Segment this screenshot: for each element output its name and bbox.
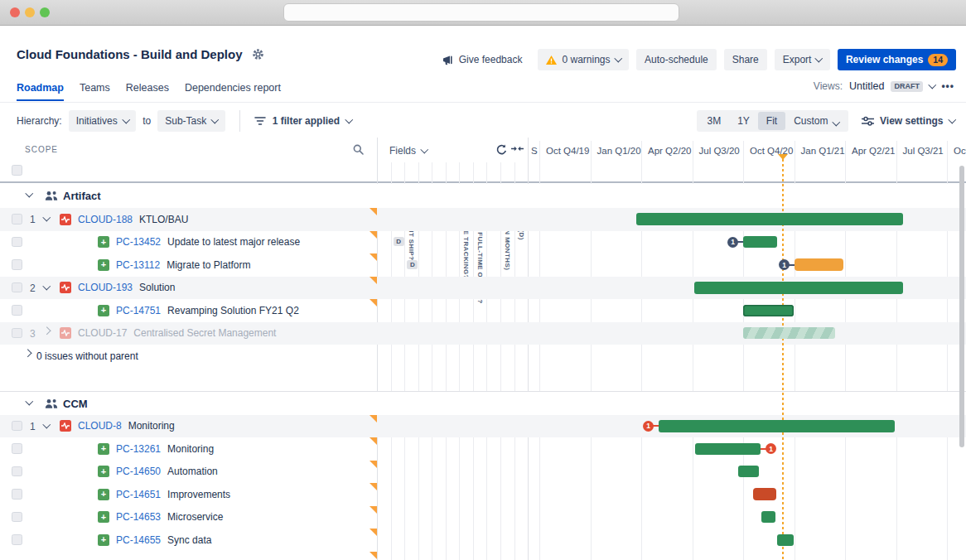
- issues-without-parent-row[interactable]: 0 issues without parent: [0, 345, 377, 368]
- vertical-scrollbar[interactable]: [959, 166, 964, 447]
- issue-row[interactable]: +PC-14751Revamping Solution FY21 Q2: [0, 299, 966, 322]
- gantt-bar[interactable]: [753, 488, 776, 500]
- collapse-row-icon[interactable]: [43, 214, 51, 221]
- collapse-row-icon[interactable]: [43, 420, 51, 427]
- collapse-group-icon[interactable]: [26, 397, 33, 404]
- issue-key-link[interactable]: CLOUD-193: [78, 282, 133, 293]
- row-checkbox[interactable]: [12, 305, 22, 316]
- chevron-down-icon[interactable]: [345, 116, 353, 123]
- today-marker-icon[interactable]: [778, 154, 788, 160]
- auto-schedule-button[interactable]: Auto-schedule: [636, 49, 717, 70]
- export-button[interactable]: Export: [775, 49, 830, 70]
- issue-row[interactable]: +PC-14653Microservice: [0, 506, 966, 529]
- expand-row-icon[interactable]: [24, 350, 31, 357]
- issue-key-link[interactable]: PC-14653: [116, 511, 161, 523]
- dependency-badge[interactable]: 1: [727, 237, 738, 248]
- issue-key-link[interactable]: PC-14751: [116, 305, 161, 316]
- gantt-bar[interactable]: [659, 420, 895, 432]
- tab-releases[interactable]: Releases: [126, 82, 169, 101]
- field-cell-badge: D: [407, 260, 418, 269]
- row-checkbox[interactable]: [12, 466, 22, 477]
- undo-icon[interactable]: [495, 144, 507, 156]
- issue-row[interactable]: +PC-14655Sync data: [0, 529, 966, 552]
- timeframe-1y[interactable]: 1Y: [729, 112, 758, 130]
- tab-teams[interactable]: Teams: [80, 82, 110, 101]
- timeframe-3m[interactable]: 3M: [698, 112, 729, 130]
- unsaved-change-indicator: [369, 208, 377, 215]
- row-checkbox[interactable]: [12, 443, 22, 454]
- story-type-icon: +: [98, 466, 109, 477]
- minimize-window-button[interactable]: [25, 7, 35, 17]
- gantt-bar[interactable]: [743, 327, 835, 339]
- timeframe-custom[interactable]: Custom: [785, 112, 847, 130]
- select-all-checkbox[interactable]: [12, 165, 22, 176]
- issue-key-link[interactable]: CLOUD-17: [78, 327, 127, 339]
- row-checkbox[interactable]: [12, 489, 22, 500]
- unsaved-change-indicator: [369, 253, 377, 261]
- issue-key-link[interactable]: PC-13261: [116, 443, 161, 455]
- issue-row[interactable]: +PC-14651Improvements: [0, 483, 966, 506]
- gantt-bar[interactable]: [777, 534, 794, 546]
- row-checkbox[interactable]: [12, 259, 22, 270]
- dependency-badge[interactable]: 1: [643, 421, 654, 432]
- fields-dropdown[interactable]: Fields: [389, 145, 427, 157]
- more-options-button[interactable]: •••: [941, 80, 954, 92]
- gantt-bar[interactable]: [743, 236, 777, 248]
- issue-summary: Monitoring: [167, 443, 214, 455]
- issue-row[interactable]: +PC-13261Monitoring: [0, 437, 966, 461]
- chevron-down-icon[interactable]: [929, 81, 936, 89]
- hierarchy-to-select[interactable]: Sub-Task: [157, 110, 225, 132]
- gantt-bar[interactable]: [694, 282, 903, 294]
- gantt-bar[interactable]: [761, 511, 775, 523]
- filter-applied-button[interactable]: 1 filter applied: [273, 115, 340, 127]
- issue-key-link[interactable]: PC-13112: [116, 259, 160, 271]
- plan-tabs: RoadmapTeamsReleasesDependencies report: [17, 82, 281, 101]
- collapse-columns-icon[interactable]: [511, 144, 524, 153]
- row-checkbox[interactable]: [12, 512, 22, 523]
- issue-key-link[interactable]: CLOUD-188: [78, 214, 133, 225]
- issue-key-link[interactable]: PC-13452: [116, 236, 161, 248]
- close-window-button[interactable]: [10, 7, 20, 17]
- row-checkbox[interactable]: [12, 214, 22, 224]
- timeframe-fit[interactable]: Fit: [758, 112, 785, 130]
- give-feedback-button[interactable]: Give feedback: [434, 49, 531, 70]
- issue-key-link[interactable]: CLOUD-8: [78, 420, 122, 432]
- review-changes-button[interactable]: Review changes 14: [838, 49, 956, 70]
- warnings-button[interactable]: 0 warnings: [538, 49, 629, 70]
- gear-icon[interactable]: [252, 48, 264, 60]
- view-settings-button[interactable]: View settings: [862, 115, 954, 127]
- issue-summary: Monitoring: [128, 420, 175, 432]
- tab-roadmap[interactable]: Roadmap: [17, 82, 64, 101]
- row-checkbox[interactable]: [12, 421, 22, 432]
- address-bar[interactable]: [283, 3, 679, 22]
- gantt-bar[interactable]: [743, 305, 794, 316]
- expand-row-icon[interactable]: [43, 326, 51, 334]
- issue-row[interactable]: +PC-14650Automation: [0, 461, 966, 484]
- quarter-label: Jul Q3/21: [903, 146, 944, 156]
- gantt-bar[interactable]: [695, 443, 761, 455]
- hierarchy-from-select[interactable]: Initiatives: [69, 110, 137, 132]
- collapse-row-icon[interactable]: [43, 282, 51, 289]
- view-name[interactable]: Untitled: [849, 80, 884, 92]
- grid-header-border: [0, 181, 966, 183]
- gantt-bar[interactable]: [636, 213, 903, 225]
- collapse-group-icon[interactable]: [26, 190, 33, 197]
- issue-key-link[interactable]: PC-14651: [116, 489, 161, 500]
- row-checkbox[interactable]: [12, 328, 22, 339]
- issue-cell: CLOUD-188KTLO/BAU: [60, 208, 188, 231]
- issue-cell: +PC-14655Sync data: [98, 529, 211, 552]
- zoom-window-button[interactable]: [40, 7, 50, 17]
- gantt-bar[interactable]: [738, 466, 759, 477]
- search-icon[interactable]: [353, 144, 364, 155]
- issue-key-link[interactable]: PC-14655: [116, 534, 161, 546]
- row-checkbox[interactable]: [12, 534, 22, 545]
- quarter-label: Jan Q1/20: [597, 146, 641, 156]
- issue-key-link[interactable]: PC-14650: [116, 466, 161, 477]
- tab-dependencies-report[interactable]: Dependencies report: [185, 82, 281, 101]
- share-button[interactable]: Share: [724, 49, 767, 70]
- gantt-bar[interactable]: [795, 258, 843, 271]
- row-checkbox[interactable]: [12, 282, 22, 293]
- issue-row[interactable]: +PC-13452Update to latest major release: [0, 231, 966, 254]
- story-type-icon: +: [98, 534, 109, 546]
- row-checkbox[interactable]: [12, 237, 22, 248]
